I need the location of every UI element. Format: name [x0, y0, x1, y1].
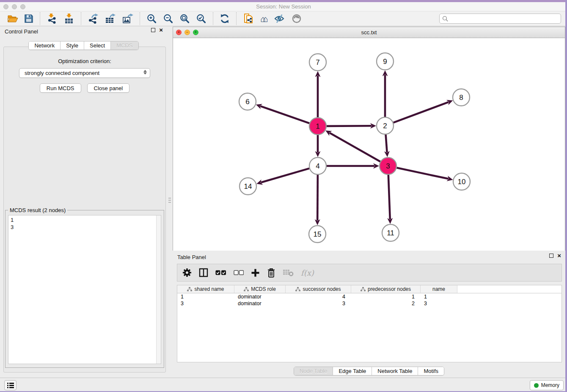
column-header-MCDS-role[interactable]: MCDS role	[234, 285, 286, 293]
graph-edge-4-15[interactable]	[317, 175, 318, 221]
window-frame-right	[565, 0, 567, 392]
control-panel: Control Panel × NetworkStyleSelectMCDS O…	[0, 26, 167, 378]
optimization-criterion-label: Optimization criterion:	[4, 58, 165, 64]
float-panel-icon[interactable]	[151, 28, 155, 32]
toolbar-separator	[236, 12, 237, 25]
table-cell: 4	[286, 293, 351, 300]
open-session-icon[interactable]	[4, 12, 21, 25]
column-header-name[interactable]: name	[421, 285, 457, 293]
table-panel-title: Table Panel	[177, 254, 206, 260]
deselect-all-columns-icon[interactable]	[234, 270, 244, 275]
graph-edge-1-2[interactable]	[327, 126, 372, 126]
graph-node-label: 3	[386, 162, 390, 170]
graph-edge-3-1[interactable]	[330, 133, 380, 162]
result-line: 1	[11, 216, 159, 224]
mcds-result-title: MCDS result (2 nodes)	[8, 207, 67, 213]
export-image-icon[interactable]	[119, 12, 136, 25]
tab-network-table[interactable]: Network Table	[372, 367, 418, 375]
graph-node-label: 1	[316, 122, 319, 130]
mcds-result-lines: 13	[8, 215, 161, 232]
graph-edge-3-11[interactable]	[388, 175, 390, 219]
refresh-icon[interactable]	[217, 12, 233, 25]
graph-edge-3-10[interactable]	[397, 168, 449, 179]
vertical-splitter-grip[interactable]	[168, 195, 171, 206]
table-cell: dominator	[234, 300, 286, 307]
tab-style[interactable]: Style	[60, 41, 84, 50]
network-overview-icon[interactable]: ⌂⌂	[257, 12, 271, 25]
mcds-result-area[interactable]: 13	[8, 215, 161, 364]
result-scrollbar[interactable]	[156, 215, 161, 364]
graph-node-label: 4	[316, 162, 319, 170]
zoom-selected-icon[interactable]	[193, 12, 209, 25]
show-columns-icon[interactable]	[199, 268, 208, 277]
table-panel: Table Panel ×	[173, 252, 565, 378]
export-table-icon[interactable]	[102, 12, 119, 25]
node-table: shared nameMCDS rolesuccessor nodesprede…	[177, 285, 562, 362]
criterion-select[interactable]: strongly connected component	[19, 68, 150, 78]
tab-select[interactable]: Select	[84, 41, 110, 50]
hide-panels-icon[interactable]	[271, 12, 288, 25]
table-row[interactable]: 1dominator411	[177, 293, 561, 300]
search-input[interactable]	[451, 16, 558, 22]
tab-mcds[interactable]: MCDS	[110, 41, 138, 50]
tab-network[interactable]: Network	[29, 41, 60, 50]
select-all-columns-icon[interactable]	[215, 270, 226, 276]
graph-edge-1-6[interactable]	[260, 106, 309, 124]
list-icon	[7, 382, 14, 389]
close-panel-icon[interactable]: ×	[159, 28, 163, 32]
task-history-button[interactable]	[4, 380, 17, 390]
zoom-out-icon[interactable]	[160, 12, 176, 25]
export-network-icon[interactable]	[85, 12, 102, 25]
table-panel-header: Table Panel ×	[173, 252, 565, 262]
houses-glyph: ⌂⌂	[260, 14, 268, 23]
graph-edge-2-3[interactable]	[386, 135, 387, 152]
network-canvas[interactable]: 1234678910111415	[173, 39, 565, 251]
show-panels-icon[interactable]	[288, 12, 305, 25]
table-toolbar: f(x)	[177, 264, 562, 282]
graph-edge-2-8[interactable]	[394, 102, 449, 123]
control-panel-tabs: NetworkStyleSelectMCDS	[0, 41, 167, 50]
tab-motifs[interactable]: Motifs	[418, 367, 444, 375]
select-stepper-icon	[143, 70, 147, 75]
column-header-predecessor-nodes[interactable]: predecessor nodes	[351, 285, 421, 293]
graph-node-label: 11	[387, 229, 394, 237]
settings-gear-icon[interactable]	[182, 268, 192, 277]
tab-edge-table[interactable]: Edge Table	[333, 367, 372, 375]
import-network-icon[interactable]	[44, 12, 61, 25]
run-mcds-button[interactable]: Run MCDS	[40, 83, 81, 93]
network-window-title: scc.txt	[173, 29, 565, 36]
import-table-icon[interactable]	[61, 12, 77, 25]
close-panel-button[interactable]: Close panel	[87, 83, 130, 93]
save-session-icon[interactable]	[21, 12, 36, 25]
zoom-in-icon[interactable]	[143, 12, 160, 25]
float-table-panel-icon[interactable]	[549, 254, 553, 258]
function-builder-icon: f(x)	[301, 268, 314, 277]
add-row-icon[interactable]	[251, 268, 260, 277]
table-cell: 3	[286, 300, 351, 307]
control-panel-title: Control Panel	[5, 28, 38, 35]
table-cell: dominator	[234, 293, 286, 300]
table-cell: 1	[177, 293, 234, 300]
clone-network-icon[interactable]	[240, 12, 257, 25]
column-header-successor-nodes[interactable]: successor nodes	[286, 285, 351, 293]
zoom-fit-icon[interactable]	[176, 12, 193, 25]
search-icon	[442, 16, 449, 22]
app-titlebar: Session: New Session	[0, 2, 567, 11]
tab-node-table[interactable]: Node Table	[294, 367, 333, 375]
close-table-panel-icon[interactable]: ×	[557, 254, 561, 258]
search-field[interactable]	[439, 14, 561, 24]
memory-button[interactable]: Memory	[530, 380, 564, 390]
main-toolbar: ⌂⌂	[0, 11, 567, 26]
memory-label: Memory	[541, 382, 559, 388]
graph-node-label: 7	[316, 58, 319, 66]
graph-node-label: 6	[245, 98, 249, 106]
graph-edge-4-14[interactable]	[261, 168, 309, 182]
control-panel-header: Control Panel ×	[0, 26, 167, 36]
table-header-row: shared nameMCDS rolesuccessor nodesprede…	[177, 285, 561, 293]
network-window-titlebar: × − + scc.txt	[173, 27, 565, 38]
network-graph: 1234678910111415	[173, 39, 565, 251]
delete-trash-icon[interactable]	[267, 268, 275, 278]
table-row[interactable]: 3dominator323	[177, 300, 561, 307]
column-header-shared-name[interactable]: shared name	[177, 285, 234, 293]
table-cell: 1	[351, 293, 421, 300]
